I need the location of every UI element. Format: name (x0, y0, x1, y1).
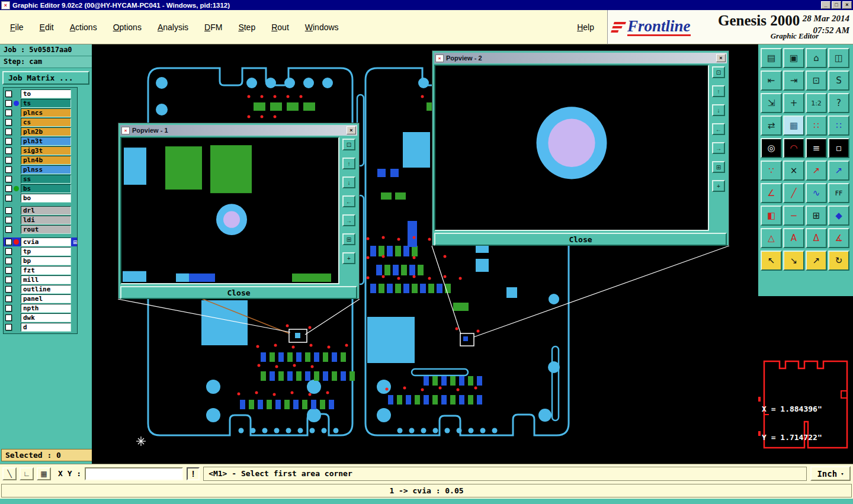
layer-name[interactable]: pln2b (21, 127, 71, 136)
layer-checkbox[interactable] (5, 91, 12, 97)
angle-arc-button[interactable]: ∡ (828, 228, 849, 248)
angle-tool-button[interactable]: ∠ (761, 183, 782, 203)
layer-name[interactable]: sig3t (21, 146, 71, 155)
triangle-a-button[interactable]: A (783, 228, 804, 248)
view-window-button[interactable]: ⊡ (806, 70, 827, 91)
layer-checkbox[interactable] (5, 157, 12, 163)
screen-view-button[interactable]: ▣ (783, 48, 804, 68)
triangle-outline-button[interactable]: △ (761, 228, 782, 248)
popview-2-close-button[interactable]: Close (434, 233, 727, 246)
layer-checkbox[interactable] (5, 138, 12, 145)
transform-button[interactable]: ⊞ (806, 206, 827, 226)
layer-row[interactable]: d (4, 323, 77, 332)
units-dropdown[interactable]: Inch ▾ (810, 466, 851, 481)
layer-checkbox[interactable] (5, 286, 12, 293)
layer-name[interactable]: npth (21, 304, 71, 313)
layer-checkbox[interactable] (5, 314, 12, 321)
home-view-button[interactable]: ⌂ (806, 48, 827, 68)
layer-row[interactable]: mill (4, 275, 77, 284)
layer-row[interactable]: dwk (4, 313, 77, 322)
s-view-button[interactable]: S (828, 70, 849, 91)
layer-checkbox[interactable] (5, 277, 12, 283)
popview-zoom-button[interactable]: ⊞ (342, 233, 355, 245)
snap-blue-button[interactable]: ∷ (828, 115, 849, 136)
zoom-next-button[interactable]: ⇥ (783, 70, 804, 91)
layer-name[interactable]: panel (21, 294, 71, 303)
layer-checkbox[interactable] (5, 239, 12, 245)
layer-checkbox[interactable] (5, 324, 12, 330)
close-button[interactable]: × (842, 1, 852, 9)
layer-checkbox[interactable] (5, 207, 12, 214)
layer-name[interactable]: ss (21, 175, 71, 184)
dotted-region-button[interactable]: ▫ (828, 138, 849, 158)
help-button[interactable]: ? (828, 93, 849, 113)
layer-row[interactable]: bo (4, 194, 77, 203)
menu-help[interactable]: Help (577, 23, 594, 32)
menu-file[interactable]: File (10, 23, 24, 32)
line-tool-button[interactable]: ╱ (783, 183, 804, 203)
popview-pan-left-button[interactable]: ← (342, 195, 355, 207)
wave-tool-button[interactable]: ∿ (806, 183, 827, 203)
layer-name[interactable]: ts (21, 99, 71, 108)
menu-step[interactable]: Step (238, 23, 255, 32)
cursor-ne-button[interactable]: ↗ (806, 251, 827, 271)
layer-name[interactable]: bo (21, 194, 71, 203)
popview-pan-up-button[interactable]: ↑ (712, 85, 725, 97)
layer-row[interactable]: panel (4, 294, 77, 303)
layer-name[interactable]: pln3t (21, 137, 71, 146)
layer-name[interactable]: plncs (21, 108, 71, 117)
layer-name[interactable]: rout (21, 225, 71, 234)
vector-blue-button[interactable]: ↗ (828, 160, 849, 181)
target-button[interactable]: ◎ (761, 138, 782, 158)
layer-row[interactable]: ts (4, 99, 77, 108)
layer-row[interactable]: pln2b (4, 127, 77, 136)
popview-2-canvas[interactable] (434, 65, 709, 231)
layer-checkbox[interactable] (5, 147, 12, 154)
popview-2-window[interactable]: × Popview - 2 × ⊡ ↑ ↓ ← (432, 50, 729, 246)
snap-angle-button[interactable]: ∟ (20, 467, 34, 480)
layer-name[interactable]: cvia (21, 237, 71, 246)
zoom-prev-button[interactable]: ⇤ (761, 70, 782, 91)
delete-x-button[interactable]: × (783, 160, 804, 181)
layer-name[interactable]: ldi (21, 216, 71, 224)
layer-row[interactable]: bp (4, 256, 77, 265)
popview-window-button[interactable]: ⊡ (342, 139, 355, 150)
layer-name[interactable]: fzt (21, 266, 71, 275)
layer-row[interactable]: plncs (4, 108, 77, 117)
popview-1-window[interactable]: × Popview - 1 × (118, 123, 360, 299)
layer-checkbox[interactable] (5, 100, 12, 107)
zoom-ratio-button[interactable]: 1:2 (806, 93, 827, 113)
popview-1-close-icon[interactable]: × (347, 126, 356, 134)
vector-red-button[interactable]: ↗ (806, 160, 827, 181)
flip-button[interactable]: FF (828, 183, 849, 203)
layer-row[interactable]: sig3t (4, 146, 77, 155)
menu-windows[interactable]: Windows (305, 23, 339, 32)
popview-1-canvas[interactable] (120, 137, 339, 284)
popview-pan-up-button[interactable]: ↑ (342, 158, 355, 169)
grid-toggle-button[interactable]: ▦ (37, 467, 51, 480)
snap-red-button[interactable]: ∷ (806, 115, 827, 136)
new-window-button[interactable]: ▤ (761, 48, 782, 68)
layer-name[interactable]: drl (21, 206, 71, 215)
zoom-center-button[interactable]: + (783, 93, 804, 113)
tile-view-button[interactable]: ◫ (828, 48, 849, 68)
ruler-button[interactable]: ≡ (806, 138, 827, 158)
layer-name[interactable]: cs (21, 118, 71, 127)
menu-analysis[interactable]: Analysis (158, 23, 188, 32)
half-fill-button[interactable]: ◧ (761, 206, 782, 226)
cursor-nw-button[interactable]: ↖ (761, 251, 782, 271)
layer-checkbox[interactable] (5, 267, 12, 274)
layer-checkbox[interactable] (5, 110, 12, 116)
layer-row[interactable]: pln3t (4, 137, 77, 146)
popview-pan-left-button[interactable]: ← (712, 123, 725, 135)
popview-window-button[interactable]: ⊡ (712, 66, 725, 78)
shape-tool-button[interactable]: ◆ (828, 206, 849, 226)
layer-row[interactable]: to (4, 89, 77, 98)
job-matrix-button[interactable]: Job Matrix ... (2, 71, 89, 85)
layer-row[interactable]: drl (4, 206, 77, 215)
layer-checkbox[interactable] (5, 119, 12, 126)
net-points-button[interactable]: ∵ (761, 160, 782, 181)
layer-checkbox[interactable] (5, 305, 12, 312)
layer-name[interactable]: pln4b (21, 156, 71, 165)
menu-options[interactable]: Options (113, 23, 142, 32)
